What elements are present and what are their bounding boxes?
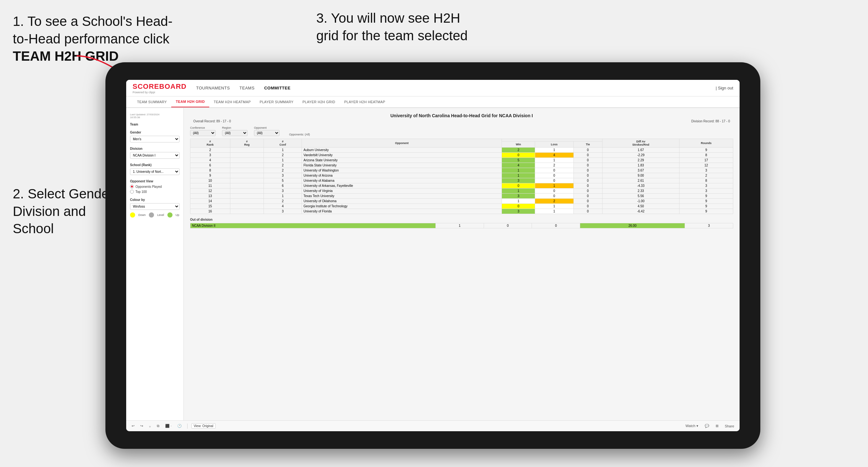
subnav-player-h2h-grid[interactable]: PLAYER H2H GRID (298, 96, 340, 107)
cell-reg (230, 193, 264, 199)
cell-opponent: Florida State University (302, 163, 502, 168)
cell-win: 3 (502, 193, 535, 199)
cell-diff: 1.83 (602, 163, 679, 168)
toolbar-copy[interactable]: ⧉ (155, 423, 161, 429)
subnav-team-h2h-grid[interactable]: TEAM H2H GRID (171, 96, 209, 107)
subnav-player-h2h-heatmap[interactable]: PLAYER H2H HEATMAP (340, 96, 390, 107)
radio-opponents-played[interactable]: Opponents Played (130, 185, 180, 188)
col-loss: Loss (535, 141, 574, 147)
gender-select[interactable]: Men's (130, 136, 180, 143)
colour-label-level: Level (157, 213, 164, 217)
conference-select[interactable]: (All) (190, 130, 216, 136)
division-record: Division Record: 88 - 17 - 0 (691, 120, 730, 123)
cell-reg (230, 188, 264, 193)
toolbar-right: Watch ▾ 💬 ⊞ Share (684, 423, 736, 429)
colour-label-up: Up (176, 213, 180, 217)
cell-diff: 2.33 (602, 188, 679, 193)
navbar: SCOREBOARD Powered by clippi TOURNAMENTS… (126, 80, 740, 96)
cell-diff: 2.29 (602, 158, 679, 163)
division-select[interactable]: NCAA Division I (130, 152, 180, 159)
cell-reg (230, 153, 264, 158)
sidebar-colour-section: Colour by Win/loss Down Level Up (130, 198, 180, 218)
sidebar-team-section: Team (130, 123, 180, 126)
toolbar-redo[interactable]: ↪ (138, 423, 145, 429)
toolbar-paste[interactable]: ⬛ · (163, 423, 173, 429)
cell-loss: 0 (535, 173, 574, 178)
toolbar-watch[interactable]: Watch ▾ (684, 423, 700, 429)
school-select[interactable]: 1. University of Nort... (130, 168, 180, 175)
timestamp-label: Last Updated: 27/03/2024 (130, 113, 159, 116)
toolbar-grid[interactable]: ⊞ (714, 423, 720, 429)
subnav-player-summary[interactable]: PLAYER SUMMARY (255, 96, 298, 107)
cell-diff: 9.00 (602, 173, 679, 178)
opponent-select[interactable]: (All) (254, 130, 280, 136)
timestamp-time: 16:55:38 (130, 116, 140, 119)
cell-loss: 4 (535, 153, 574, 158)
toolbar-clock[interactable]: 🕐 (176, 423, 183, 429)
col-win: Win (502, 141, 535, 147)
cell-rounds: 3 (680, 183, 733, 188)
opponents-label-text: Opponents: (289, 133, 304, 136)
cell-rank: 16 (190, 209, 230, 214)
sign-out[interactable]: | Sign out (716, 86, 733, 90)
cell-loss: 0 (535, 193, 574, 199)
radio-top100[interactable]: Top 100 (130, 190, 180, 193)
toolbar: ↩ ↪ ⬦ ⧉ ⬛ · 🕐 View: Original Watch ▾ 💬 ⊞… (126, 421, 740, 431)
opponent-label: Opponent (254, 126, 280, 129)
cell-tie: 0 (574, 183, 602, 188)
region-label: Region (222, 126, 248, 129)
sidebar-school-section: School (Rank) 1. University of Nort... (130, 163, 180, 175)
cell-diff: -4.33 (602, 183, 679, 188)
sidebar-opponent-view-section: Opponent View Opponents Played Top 100 (130, 180, 180, 193)
logo-board: BOARD (159, 83, 187, 90)
radio-dot-1 (130, 185, 134, 188)
cell-win: 2 (502, 148, 535, 153)
cell-rank: 8 (190, 168, 230, 173)
ood-name: NCAA Division II (190, 223, 436, 228)
colour-dot-level (149, 212, 154, 218)
toolbar-undo[interactable]: ↩ (130, 423, 136, 429)
out-of-division-row: NCAA Division II 1 0 0 26.00 3 (190, 223, 733, 228)
subnav-team-summary[interactable]: TEAM SUMMARY (132, 96, 171, 107)
cell-conf: 4 (264, 204, 302, 209)
radio-dot-2 (130, 190, 134, 193)
annotation-3: 3. You will now see H2H grid for the tea… (316, 9, 540, 44)
annotation-1: 1. To see a School's Head- to-Head perfo… (13, 13, 198, 65)
table-row: 2 1 Auburn University 2 1 0 1.67 9 (190, 148, 733, 153)
nav-committee[interactable]: COMMITTEE (264, 81, 291, 95)
annotation-2-line1: 2. Select Gender, (13, 186, 117, 201)
toolbar-comment[interactable]: 💬 (703, 423, 711, 429)
logo-text: SCOREBOARD (132, 83, 187, 91)
toolbar-view[interactable]: View: Original (191, 423, 216, 429)
cell-opponent: Auburn University (302, 148, 502, 153)
colour-select[interactable]: Win/loss (130, 203, 180, 210)
panel-title: University of North Carolina Head-to-Hea… (190, 113, 733, 118)
nav-teams[interactable]: TEAMS (240, 81, 255, 95)
opponent-view-label: Opponent View (130, 180, 180, 183)
opponents-filter-label: Opponents: (All) (289, 133, 310, 136)
region-select[interactable]: (All) (222, 130, 248, 136)
col-rounds: Rounds (680, 139, 733, 148)
toolbar-nav[interactable]: ⬦ (147, 424, 153, 429)
cell-conf: 1 (264, 193, 302, 199)
cell-loss: 1 (535, 158, 574, 163)
cell-win: 5 (502, 158, 535, 163)
radio-label-2: Top 100 (135, 190, 147, 193)
table-row: 4 1 Arizona State University 5 1 0 2.29 … (190, 158, 733, 163)
cell-opponent: Texas Tech University (302, 193, 502, 199)
cell-reg (230, 163, 264, 168)
toolbar-share[interactable]: Share (723, 424, 736, 429)
annotation-1-line3: TEAM H2H GRID (13, 49, 119, 64)
col-opponent: Opponent (302, 139, 502, 148)
table-row: 11 6 University of Arkansas, Fayettevill… (190, 183, 733, 188)
cell-tie: 0 (574, 153, 602, 158)
table-row: 15 4 Georgia Institute of Technology 0 1… (190, 204, 733, 209)
school-label: School (Rank) (130, 163, 180, 167)
cell-conf: 5 (264, 178, 302, 183)
cell-tie: 0 (574, 148, 602, 153)
cell-rank: 10 (190, 178, 230, 183)
cell-diff: -6.42 (602, 209, 679, 214)
nav-tournaments[interactable]: TOURNAMENTS (196, 81, 230, 95)
subnav-team-h2h-heatmap[interactable]: TEAM H2H HEATMAP (209, 96, 255, 107)
cell-rounds: 8 (680, 153, 733, 158)
